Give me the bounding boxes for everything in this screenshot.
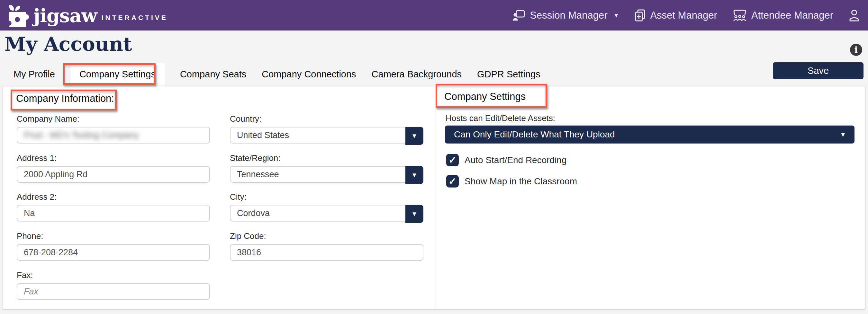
nav-label: Session Manager	[530, 10, 607, 21]
company-name-redacted-value: Prod - MD's Testing Company	[24, 130, 138, 140]
tab-camera-backgrounds[interactable]: Camera Backgrounds	[372, 69, 462, 80]
nav-label: Asset Manager	[650, 10, 717, 21]
address2-input[interactable]	[17, 205, 210, 221]
logo-subtext: INTERACTIVE	[101, 14, 168, 22]
chevron-down-icon: ▼	[840, 126, 846, 143]
phone-label: Phone:	[17, 231, 210, 241]
tab-company-seats[interactable]: Company Seats	[180, 69, 246, 80]
nav-asset-manager[interactable]: Asset Manager	[634, 9, 717, 22]
chevron-down-icon: ▼	[411, 132, 417, 140]
city-select[interactable]: Cordova ▼	[230, 205, 424, 221]
phone-input[interactable]	[17, 244, 210, 261]
tab-company-connections[interactable]: Company Connections	[262, 69, 356, 80]
fax-field: Fax:	[17, 270, 210, 300]
country-dropdown-button[interactable]: ▼	[405, 127, 424, 145]
tab-bar: My Profile Company Settings Company Seat…	[13, 63, 540, 85]
state-field: State/Region: Tennessee ▼	[230, 153, 424, 183]
address1-input[interactable]	[17, 166, 210, 183]
company-settings-heading: Company Settings	[444, 91, 526, 102]
show-map-checkbox[interactable]: ✓	[446, 175, 459, 187]
company-name-field: Company Name: Prod - MD's Testing Compan…	[17, 114, 210, 143]
auto-recording-row: ✓ Auto Start/End Recording	[446, 154, 567, 166]
nav-user-menu[interactable]	[849, 9, 860, 22]
hosts-assets-value: Can Only Edit/Delete What They Upload	[445, 126, 855, 143]
address2-label: Address 2:	[17, 192, 210, 202]
page-title: My Account	[4, 33, 132, 55]
nav-session-manager[interactable]: Session Manager ▼	[513, 10, 619, 21]
chevron-down-icon: ▼	[411, 171, 417, 179]
country-field: Country: United States ▼	[230, 114, 424, 143]
state-select[interactable]: Tennessee ▼	[230, 166, 424, 183]
top-nav: Session Manager ▼ Asset Manager Att	[513, 9, 860, 22]
vertical-divider	[435, 86, 435, 309]
zip-input[interactable]	[230, 244, 424, 261]
state-dropdown-button[interactable]: ▼	[405, 166, 424, 184]
jigsaw-logo[interactable]: jigsaw INTERACTIVE	[8, 3, 168, 28]
city-dropdown-button[interactable]: ▼	[405, 205, 424, 223]
nav-label: Attendee Manager	[751, 10, 833, 21]
chevron-down-icon: ▼	[613, 12, 620, 18]
zip-label: Zip Code:	[230, 231, 424, 241]
company-name-input[interactable]: Prod - MD's Testing Company	[17, 127, 210, 143]
company-information-heading: Company Information:	[16, 93, 114, 104]
city-label: City:	[230, 192, 424, 202]
chevron-down-icon: ▼	[411, 210, 417, 218]
session-manager-icon	[513, 10, 525, 21]
country-select[interactable]: United States ▼	[230, 127, 424, 143]
country-label: Country:	[230, 114, 424, 124]
user-icon	[849, 9, 860, 22]
show-map-row: ✓ Show Map in the Classroom	[446, 175, 577, 187]
asset-manager-icon	[634, 9, 646, 22]
country-value: United States	[230, 128, 423, 143]
tab-my-profile[interactable]: My Profile	[13, 69, 55, 80]
address1-label: Address 1:	[17, 153, 210, 163]
auto-recording-checkbox[interactable]: ✓	[446, 154, 459, 166]
tab-company-settings[interactable]: Company Settings	[70, 63, 164, 85]
city-field: City: Cordova ▼	[230, 192, 424, 221]
zip-field: Zip Code:	[230, 231, 424, 261]
content-panel: Company Information: Company Name: Prod …	[3, 86, 865, 310]
auto-recording-label: Auto Start/End Recording	[465, 155, 567, 165]
check-icon: ✓	[448, 154, 457, 166]
show-map-label: Show Map in the Classroom	[465, 176, 577, 186]
logo-wordmark: jigsaw	[33, 6, 97, 25]
state-label: State/Region:	[230, 153, 424, 163]
phone-field: Phone:	[17, 231, 210, 261]
info-icon[interactable]: i	[850, 44, 862, 56]
fax-input[interactable]	[17, 283, 210, 300]
tab-gdpr-settings[interactable]: GDPR Settings	[477, 69, 540, 80]
nav-attendee-manager[interactable]: Attendee Manager	[733, 9, 833, 22]
company-name-label: Company Name:	[17, 114, 210, 124]
fax-label: Fax:	[17, 270, 210, 280]
city-value: Cordova	[230, 206, 423, 221]
attendee-manager-icon	[733, 9, 747, 22]
check-icon: ✓	[448, 176, 457, 187]
address1-field: Address 1:	[17, 153, 210, 183]
app-header: jigsaw INTERACTIVE Session Manager ▼ Ass…	[0, 0, 868, 31]
save-button[interactable]: Save	[773, 62, 864, 79]
hosts-assets-select[interactable]: Can Only Edit/Delete What They Upload ▼	[445, 126, 855, 143]
address2-field: Address 2:	[17, 192, 210, 221]
hosts-assets-label: Hosts can Edit/Delete Assets:	[445, 113, 555, 123]
puzzle-piece-icon	[8, 4, 30, 28]
state-value: Tennessee	[230, 167, 423, 182]
